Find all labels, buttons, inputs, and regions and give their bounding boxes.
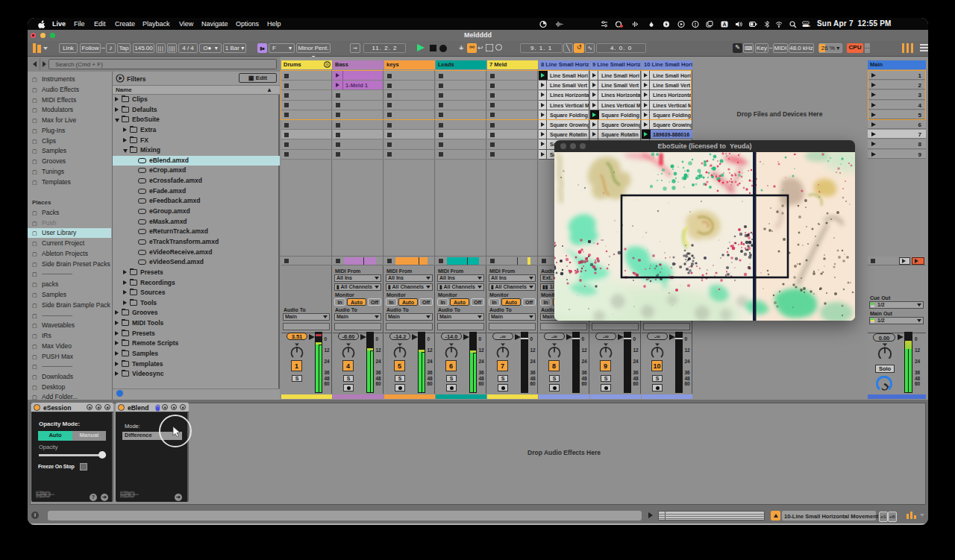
svg-text:A: A <box>722 22 726 27</box>
